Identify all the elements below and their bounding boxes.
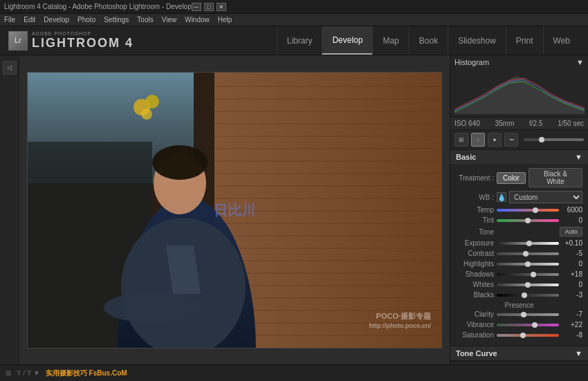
tool-strip: ⊞ ○ ● ━	[450, 130, 588, 150]
tint-slider[interactable]	[497, 219, 559, 222]
exposure-slider[interactable]	[497, 242, 559, 245]
shutter-value: 1/50 sec	[558, 120, 584, 127]
dot-tool[interactable]: ●	[488, 133, 502, 147]
wb-eyedropper[interactable]: 💧	[497, 192, 506, 202]
blacks-row: Blacks -3	[456, 291, 582, 299]
menu-item-file[interactable]: File	[4, 16, 15, 24]
tone-curve-label: Tone Curve	[456, 349, 497, 357]
contrast-thumb[interactable]	[523, 251, 529, 257]
whites-thumb[interactable]	[525, 282, 531, 288]
tab-web[interactable]: Web	[543, 26, 580, 55]
clarity-slider[interactable]	[497, 313, 559, 316]
blacks-thumb[interactable]	[522, 292, 527, 298]
lr-title: LIGHTROOM 4	[32, 36, 134, 50]
title-bar-text: Lightroom 4 Catalog - Adobe Photoshop Li…	[4, 3, 192, 10]
tone-curve-expand: ▼	[575, 349, 582, 357]
menu-item-photo[interactable]: Photo	[77, 16, 95, 24]
maximize-button[interactable]: □	[204, 3, 214, 11]
left-panel: ◁	[0, 55, 19, 364]
basic-panel: Basic ▼ Treatment : Color Black & White …	[450, 150, 588, 346]
exposure-label: Exposure	[456, 239, 494, 247]
vibrance-slider[interactable]	[497, 324, 559, 326]
tint-label: Tint	[456, 216, 494, 224]
blacks-slider[interactable]	[497, 294, 559, 297]
saturation-label: Saturation	[456, 331, 494, 339]
left-tool-1[interactable]: ◁	[3, 61, 17, 75]
histogram-svg	[454, 69, 585, 114]
grid-tool[interactable]: ⊞	[454, 133, 468, 147]
tab-book[interactable]: Book	[409, 26, 448, 55]
menu-item-edit[interactable]: Edit	[24, 16, 35, 24]
shadows-thumb[interactable]	[531, 272, 536, 277]
circle-tool[interactable]: ○	[471, 133, 485, 147]
menu-item-tools[interactable]: Tools	[137, 16, 153, 24]
clarity-label: Clarity	[456, 310, 494, 318]
menu-item-help[interactable]: Help	[218, 16, 232, 24]
vibrance-row: Vibrance +22	[456, 321, 582, 328]
tone-header: Tone Auto	[456, 227, 582, 236]
minimize-button[interactable]: ─	[192, 3, 201, 11]
menu-item-window[interactable]: Window	[185, 16, 210, 24]
tab-print[interactable]: Print	[506, 26, 543, 55]
tab-develop[interactable]: Develop	[322, 26, 372, 55]
vibrance-label: Vibrance	[456, 321, 494, 328]
menu-item-settings[interactable]: Settings	[104, 16, 129, 24]
basic-panel-body: Treatment : Color Black & White WB : 💧 C…	[450, 164, 588, 346]
temp-thumb[interactable]	[533, 207, 538, 213]
zoom-label[interactable]: Y / Y ▼	[17, 369, 40, 377]
basic-panel-header[interactable]: Basic ▼	[450, 150, 588, 164]
highlights-slider[interactable]	[497, 263, 559, 266]
menu-item-develop[interactable]: Develop	[44, 16, 69, 24]
clarity-thumb[interactable]	[521, 312, 526, 317]
highlights-thumb[interactable]	[525, 261, 531, 267]
temp-slider[interactable]	[497, 209, 559, 212]
saturation-slider[interactable]	[497, 334, 559, 337]
bw-button[interactable]: Black & White	[529, 168, 582, 187]
color-button[interactable]: Color	[497, 172, 526, 184]
histogram-canvas	[454, 69, 585, 114]
line-tool[interactable]: ━	[504, 133, 518, 147]
whites-value: 0	[562, 281, 582, 288]
tone-curve-header[interactable]: Tone Curve ▼	[450, 346, 588, 360]
blacks-value: -3	[562, 291, 582, 299]
whites-slider[interactable]	[497, 284, 559, 286]
histogram-header: Histogram ▼	[454, 58, 584, 66]
temp-label: Temp	[456, 206, 494, 214]
treatment-row: Treatment : Color Black & White	[456, 168, 582, 187]
highlights-value: 0	[562, 260, 582, 268]
exposure-value: +0.10	[562, 239, 582, 247]
clarity-row: Clarity -7	[456, 310, 582, 318]
tone-label: Tone	[456, 228, 494, 236]
saturation-value: -8	[562, 331, 582, 339]
exposure-row: Exposure +0.10	[456, 239, 582, 247]
tint-thumb[interactable]	[525, 218, 531, 223]
contrast-slider[interactable]	[497, 252, 559, 255]
main-area: ◁	[0, 55, 588, 364]
focal-value: 35mm	[495, 120, 514, 127]
menu-item-view[interactable]: View	[162, 16, 177, 24]
tint-row: Tint 0	[456, 216, 582, 224]
window-controls: ─ □ ✕	[192, 3, 226, 11]
vibrance-thumb[interactable]	[532, 322, 538, 328]
auto-button[interactable]: Auto	[560, 227, 582, 236]
temp-row: Temp 6000	[456, 206, 582, 214]
bottom-watermark: 实用摄影技巧 FsBus.CoM	[46, 369, 127, 378]
tab-map[interactable]: Map	[372, 26, 408, 55]
highlights-label: Highlights	[456, 260, 494, 268]
wb-select[interactable]: Custom As Shot Auto Daylight Cloudy Shad…	[509, 191, 582, 203]
shadows-slider[interactable]	[497, 273, 559, 276]
tint-value: 0	[562, 216, 582, 224]
tab-slideshow[interactable]: Slideshow	[448, 26, 506, 55]
vibrance-value: +22	[562, 321, 582, 328]
blacks-label: Blacks	[456, 291, 494, 299]
close-button[interactable]: ✕	[217, 3, 226, 11]
tab-library[interactable]: Library	[277, 26, 322, 55]
tool-slider[interactable]	[524, 138, 584, 141]
contrast-label: Contrast	[456, 250, 494, 257]
exposure-thumb[interactable]	[526, 241, 532, 246]
saturation-thumb[interactable]	[520, 333, 526, 338]
lr-badge: Lr	[8, 31, 28, 50]
histogram-expand-icon[interactable]: ▼	[576, 58, 584, 66]
photo-placeholder: 日比川 POCO·摄影专题 http://photo.poco.cn/	[28, 73, 441, 348]
contrast-row: Contrast -5	[456, 250, 582, 257]
